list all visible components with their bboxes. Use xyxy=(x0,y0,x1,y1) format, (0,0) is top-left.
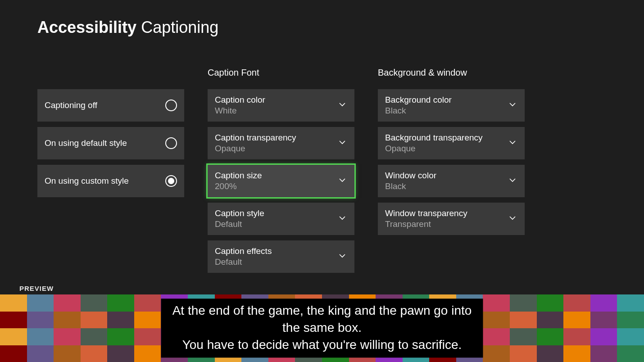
caption-line: You have to decide what you're willing t… xyxy=(171,336,473,353)
dropdown-label: Background transparency xyxy=(385,132,483,143)
radio-icon xyxy=(165,175,177,187)
dropdown-value: Default xyxy=(215,219,242,230)
chevron-down-icon xyxy=(508,100,517,110)
settings-columns: Captioning off On using default style On… xyxy=(37,68,525,278)
dropdown-value: 200% xyxy=(215,181,237,192)
dropdown-caption-color[interactable]: Caption color White xyxy=(208,89,354,122)
title-subpage: Captioning xyxy=(141,18,218,36)
radio-label: On using custom style xyxy=(45,176,129,186)
dropdown-label: Window transparency xyxy=(385,208,467,219)
dropdown-label: Caption transparency xyxy=(215,132,296,143)
dropdown-value: Black xyxy=(385,105,406,116)
dropdown-label: Caption size xyxy=(215,170,262,181)
captioning-mode-group: Captioning off On using default style On… xyxy=(37,68,184,278)
dropdown-window-color[interactable]: Window color Black xyxy=(378,165,525,197)
dropdown-caption-transparency[interactable]: Caption transparency Opaque xyxy=(208,127,354,159)
section-title-font: Caption Font xyxy=(208,68,354,81)
dropdown-window-transparency[interactable]: Window transparency Transparent xyxy=(378,203,525,235)
settings-page: Accessibility Captioning Captioning off … xyxy=(0,0,644,362)
dropdown-caption-style[interactable]: Caption style Default xyxy=(208,203,354,235)
dropdown-label: Window color xyxy=(385,170,436,181)
chevron-down-icon xyxy=(338,176,346,186)
title-category: Accessibility xyxy=(37,18,136,36)
dropdown-label: Caption effects xyxy=(215,246,272,257)
caption-font-section: Caption Font Caption color White Caption… xyxy=(208,68,354,278)
chevron-down-icon xyxy=(338,252,346,262)
chevron-down-icon xyxy=(338,138,346,148)
page-title: Accessibility Captioning xyxy=(37,18,218,37)
chevron-down-icon xyxy=(338,214,346,224)
radio-captioning-off[interactable]: Captioning off xyxy=(37,89,184,122)
preview-heading: PREVIEW xyxy=(19,285,54,292)
dropdown-label: Caption color xyxy=(215,95,265,105)
caption-line: At the end of the game, the king and the… xyxy=(171,302,473,336)
caption-preview-box: At the end of the game, the king and the… xyxy=(161,299,483,357)
dropdown-value: Opaque xyxy=(385,143,416,154)
dropdown-value: Transparent xyxy=(385,219,431,230)
dropdown-value: Opaque xyxy=(215,143,245,154)
dropdown-label: Caption style xyxy=(215,208,264,219)
dropdown-value: Default xyxy=(215,257,242,267)
chevron-down-icon xyxy=(508,138,517,148)
dropdown-value: Black xyxy=(385,181,406,192)
radio-label: Captioning off xyxy=(45,100,97,110)
section-title-bg: Background & window xyxy=(378,68,525,81)
radio-label: On using default style xyxy=(45,138,127,148)
chevron-down-icon xyxy=(508,176,517,186)
dropdown-background-transparency[interactable]: Background transparency Opaque xyxy=(378,127,525,159)
dropdown-label: Background color xyxy=(385,95,452,105)
chevron-down-icon xyxy=(508,214,517,224)
dropdown-caption-size[interactable]: Caption size 200% xyxy=(208,165,354,197)
radio-icon xyxy=(165,137,177,149)
radio-default-style[interactable]: On using default style xyxy=(37,127,184,159)
dropdown-value: White xyxy=(215,105,237,116)
preview-area: At the end of the game, the king and the… xyxy=(0,294,644,362)
background-window-section: Background & window Background color Bla… xyxy=(378,68,525,278)
radio-icon xyxy=(165,100,177,111)
dropdown-background-color[interactable]: Background color Black xyxy=(378,89,525,122)
dropdown-caption-effects[interactable]: Caption effects Default xyxy=(208,240,354,273)
chevron-down-icon xyxy=(338,100,346,110)
radio-custom-style[interactable]: On using custom style xyxy=(37,165,184,197)
